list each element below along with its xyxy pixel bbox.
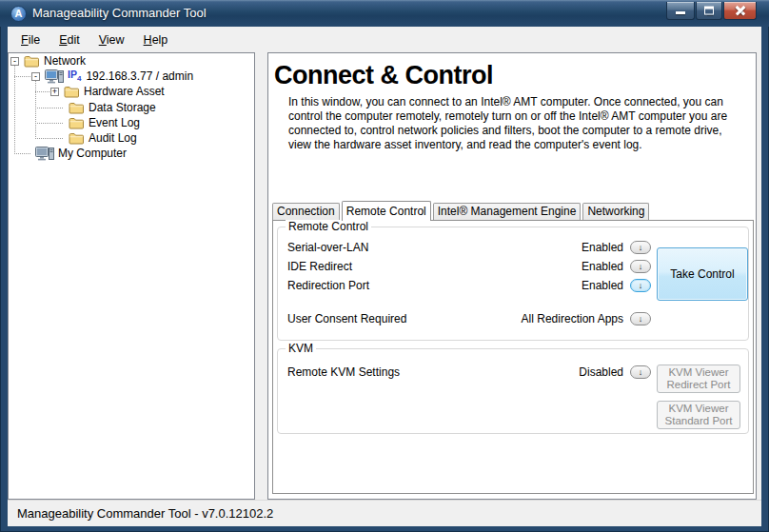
remote-control-tab-page: Remote Control Serial-over-LAN Enabled ↓…	[272, 220, 754, 494]
status-text: Manageability Commander Tool - v7.0.1210…	[17, 506, 273, 521]
redirection-port-label: Redirection Port	[287, 279, 369, 292]
groupbox-label: KVM	[286, 342, 316, 355]
minimize-icon	[676, 11, 685, 14]
groupbox-label: Remote Control	[286, 220, 371, 233]
folder-icon	[64, 85, 80, 98]
dropdown-arrow-icon: ↓	[639, 243, 643, 252]
tree-node-data-storage[interactable]: Data Storage	[9, 100, 156, 115]
window-title: Manageability Commander Tool	[32, 6, 207, 20]
status-bar: Manageability Commander Tool - v7.0.1210…	[8, 500, 761, 526]
tree-node-audit-log[interactable]: Audit Log	[9, 130, 137, 146]
user-consent-dropdown-button[interactable]: ↓	[630, 312, 651, 325]
tree-node-label: Audit Log	[89, 131, 137, 145]
tree-node-label: Data Storage	[89, 101, 156, 114]
user-consent-value: All Redirection Apps	[522, 312, 623, 325]
redirection-port-dropdown-button[interactable]: ↓	[630, 279, 651, 292]
window-controls	[665, 2, 757, 20]
remote-kvm-settings-dropdown-button[interactable]: ↓	[630, 365, 651, 379]
ide-redirect-value: Enabled	[582, 260, 623, 273]
collapse-expander-icon[interactable]: -	[31, 72, 40, 81]
folder-icon	[69, 131, 85, 145]
tree-node-label: 192.168.3.77 / admin	[86, 69, 193, 83]
ide-redirect-dropdown-button[interactable]: ↓	[630, 260, 651, 273]
menu-bar: File Edit View Help	[8, 27, 761, 52]
collapse-expander-icon[interactable]: -	[10, 57, 19, 66]
dropdown-arrow-icon: ↓	[639, 262, 643, 271]
folder-icon	[69, 116, 85, 129]
kvm-viewer-standard-port-button[interactable]: KVM Viewer Standard Port	[657, 401, 740, 429]
folder-icon	[69, 101, 85, 114]
redirection-port-value: Enabled	[582, 279, 623, 292]
tree-panel: - Network - IP4 192.168.3.77 / admin + H…	[8, 52, 255, 500]
serial-over-lan-label: Serial-over-LAN	[287, 241, 368, 254]
tree-node-amt-computer[interactable]: - IP4 192.168.3.77 / admin	[9, 69, 193, 84]
tree-node-label: Event Log	[89, 116, 140, 129]
tree-node-hardware-asset[interactable]: + Hardware Asset	[9, 84, 165, 99]
page-description: In this window, you can connect to an In…	[288, 95, 734, 152]
serial-over-lan-value: Enabled	[582, 241, 623, 254]
tab-strip: Connection Remote Control Intel® Managem…	[272, 201, 651, 220]
tree-node-my-computer[interactable]: My Computer	[9, 146, 127, 161]
tab-intel-management-engine[interactable]: Intel® Management Engine	[433, 203, 582, 220]
app-icon-letter: A	[15, 8, 23, 19]
tree-node-label: Network	[44, 54, 86, 68]
tab-remote-control[interactable]: Remote Control	[342, 201, 431, 221]
dropdown-arrow-icon: ↓	[639, 281, 643, 290]
kvm-groupbox: KVM Remote KVM Settings Disabled ↓ KVM V…	[277, 348, 749, 434]
ide-redirect-label: IDE Redirect	[287, 260, 352, 273]
remote-kvm-settings-label: Remote KVM Settings	[287, 365, 400, 379]
computer-icon	[45, 69, 64, 84]
menu-file[interactable]: File	[21, 33, 40, 47]
tree-node-network[interactable]: - Network	[9, 53, 86, 69]
user-consent-label: User Consent Required	[287, 312, 406, 325]
ip4-badge: IP4	[68, 69, 81, 83]
page-title: Connect & Control	[274, 61, 493, 90]
kvm-viewer-redirect-port-button[interactable]: KVM Viewer Redirect Port	[657, 365, 740, 393]
expand-expander-icon[interactable]: +	[50, 88, 59, 96]
computer-icon	[35, 147, 54, 161]
connect-control-panel: Connect & Control In this window, you ca…	[267, 52, 757, 500]
dropdown-arrow-icon: ↓	[639, 367, 643, 377]
maximize-button[interactable]	[696, 2, 722, 20]
tab-networking[interactable]: Networking	[582, 203, 649, 220]
tree-node-label: Hardware Asset	[84, 85, 165, 98]
menu-help[interactable]: Help	[144, 33, 168, 47]
title-bar[interactable]: A Manageability Commander Tool	[0, 0, 769, 27]
maximize-icon	[704, 7, 714, 15]
tab-connection[interactable]: Connection	[272, 203, 340, 220]
serial-over-lan-dropdown-button[interactable]: ↓	[630, 241, 651, 254]
tree-node-event-log[interactable]: Event Log	[9, 115, 140, 130]
menu-view[interactable]: View	[99, 33, 125, 47]
remote-kvm-settings-value: Disabled	[579, 365, 623, 379]
menu-edit[interactable]: Edit	[59, 33, 80, 47]
client-area: File Edit View Help - Network - IP4	[8, 27, 761, 526]
take-control-button[interactable]: Take Control	[657, 247, 748, 301]
folder-icon	[24, 54, 40, 68]
remote-control-groupbox: Remote Control Serial-over-LAN Enabled ↓…	[277, 227, 749, 341]
minimize-button[interactable]	[666, 2, 695, 20]
dropdown-arrow-icon: ↓	[639, 314, 643, 324]
tree-node-label: My Computer	[58, 147, 127, 160]
app-window: A Manageability Commander Tool File Edit…	[0, 0, 769, 532]
app-icon: A	[10, 6, 27, 22]
close-button[interactable]	[723, 2, 757, 20]
